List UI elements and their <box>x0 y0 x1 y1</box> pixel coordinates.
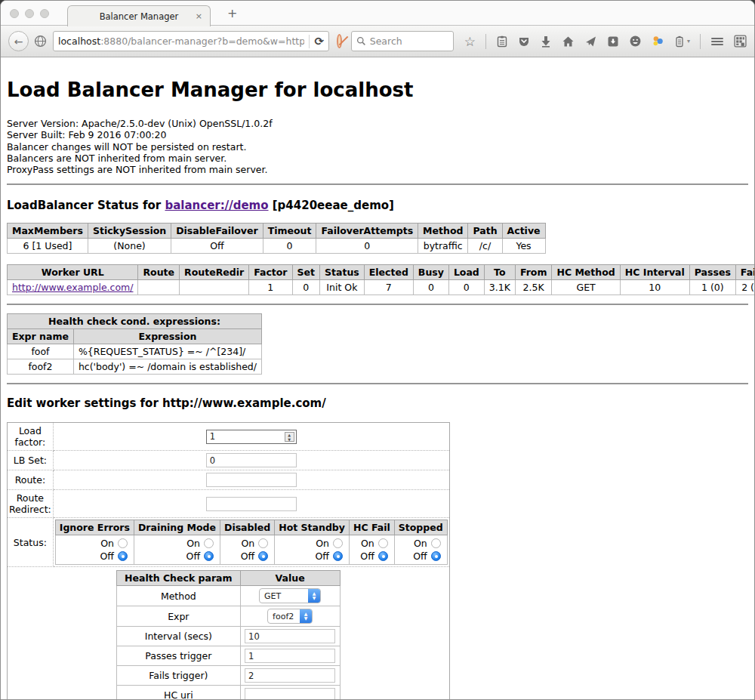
hc-uri-input[interactable] <box>245 688 335 700</box>
chevron-down-icon: ▾ <box>687 38 690 45</box>
table-row: foof2 hc('body') =~ /domain is establish… <box>8 359 262 375</box>
balancer-status-heading: LoadBalancer Status for balancer://demo … <box>7 199 748 212</box>
stopped-on-radio[interactable] <box>431 538 441 548</box>
worker-url-link[interactable]: http://www.example.com/ <box>12 282 133 293</box>
tab-title: Balancer Manager <box>100 11 179 22</box>
browser-window: Balancer Manager × + ← localhost:8880/ba… <box>0 0 755 700</box>
proxypass-note: ProxyPass settings are NOT inherited fro… <box>7 164 748 175</box>
server-info: Server Version: Apache/2.5.0-dev (Unix) … <box>7 118 748 175</box>
draining-mode-on-radio[interactable] <box>204 538 214 548</box>
edit-worker-heading: Edit worker settings for http://www.exam… <box>7 396 748 410</box>
window-zoom-button[interactable] <box>40 9 49 18</box>
server-version: Server Version: Apache/2.5.0-dev (Unix) … <box>7 118 748 129</box>
chevron-updown-icon: ▲▼ <box>300 609 312 624</box>
window-minimize-button[interactable] <box>25 9 34 18</box>
stopped-off-radio[interactable] <box>431 551 441 561</box>
status-table: Ignore Errors Draining Mode Disabled Hot… <box>55 520 448 565</box>
hc-fail-on-radio[interactable] <box>378 538 388 548</box>
window-close-button[interactable] <box>10 9 19 18</box>
hc-passes-input[interactable] <box>245 649 335 663</box>
bookmark-star-icon[interactable]: ☆ <box>464 34 476 49</box>
tiles-icon[interactable] <box>734 35 747 48</box>
hc-fail-off-radio[interactable] <box>378 551 388 561</box>
extension-dots-icon[interactable] <box>652 35 664 48</box>
close-tab-icon[interactable]: × <box>196 11 202 21</box>
hc-uri-label: HC uri <box>117 686 241 700</box>
inherit-note: Balancers are NOT inherited from main se… <box>7 153 748 164</box>
globe-icon <box>34 35 47 48</box>
new-tab-button[interactable]: + <box>227 6 237 20</box>
hc-fails-label: Fails trigger) <box>117 666 241 686</box>
table-row: http://www.example.com/ 1 0 Init Ok 7 0 … <box>8 280 755 295</box>
ignore-errors-off-radio[interactable] <box>118 551 128 561</box>
panel-download-icon[interactable] <box>607 35 619 48</box>
hot-standby-off-radio[interactable] <box>333 551 343 561</box>
page-content: Load Balancer Manager for localhost Serv… <box>1 57 754 700</box>
balancer-link[interactable]: balancer://demo <box>165 199 268 212</box>
navigation-toolbar: ← localhost:8880/balancer-manager?b=demo… <box>1 26 754 57</box>
search-input[interactable] <box>370 35 445 47</box>
disabled-off-radio[interactable] <box>258 551 268 561</box>
browser-tab[interactable]: Balancer Manager × <box>67 5 211 26</box>
back-button[interactable]: ← <box>8 31 29 51</box>
search-box[interactable] <box>351 31 454 51</box>
hc-fails-input[interactable] <box>245 668 335 683</box>
hc-passes-label: Passes trigger <box>117 646 241 666</box>
feedback-smiley-icon[interactable] <box>629 35 642 48</box>
table-row: foof %{REQUEST_STATUS} =~ /^[234]/ <box>8 344 262 359</box>
health-check-expressions-table: Health check cond. expressions: Expr nam… <box>7 313 262 375</box>
persist-note: Balancer changes will NOT be persisted o… <box>7 141 748 153</box>
search-icon <box>356 36 366 46</box>
url-bar[interactable]: localhost:8880/balancer-manager?b=demo&w… <box>53 31 329 51</box>
hot-standby-on-radio[interactable] <box>333 538 343 548</box>
hc-expr-select[interactable]: foof2▲▼ <box>267 609 313 624</box>
menu-icon[interactable] <box>710 35 724 48</box>
hc-method-label: Method <box>117 586 241 606</box>
ignore-errors-on-radio[interactable] <box>118 538 128 548</box>
reload-icon[interactable]: ⟳ <box>314 35 324 48</box>
divider <box>7 383 748 384</box>
send-icon[interactable] <box>584 35 597 48</box>
divider <box>7 304 748 305</box>
server-built: Server Built: Feb 9 2016 07:00:20 <box>7 129 748 140</box>
table-row: 6 [1 Used] (None) Off 0 0 bytraffic /c/ … <box>8 239 546 254</box>
status-label: Status: <box>8 518 54 567</box>
route-redirect-label: Route Redirect: <box>8 490 54 518</box>
balancer-status-table: MaxMembers StickySession DisableFailover… <box>7 223 546 254</box>
hc-interval-label: Interval (secs) <box>117 627 241 646</box>
reading-list-icon[interactable] <box>496 35 508 48</box>
download-icon[interactable] <box>540 35 552 48</box>
health-check-param-table: Health Check param Value Method GET▲▼ <box>116 570 341 700</box>
hc-expr-label: Expr <box>117 606 241 627</box>
route-label: Route: <box>8 470 54 490</box>
url-host: localhost <box>58 35 100 47</box>
battery-icon[interactable]: ▾ <box>674 35 690 48</box>
disabled-on-radio[interactable] <box>258 538 268 548</box>
pocket-icon[interactable] <box>518 35 530 48</box>
draining-mode-off-radio[interactable] <box>204 551 214 561</box>
load-factor-input[interactable] <box>206 430 297 444</box>
worker-table: Worker URL Route RouteRedir Factor Set S… <box>7 264 755 295</box>
home-icon[interactable] <box>562 35 575 48</box>
route-input[interactable] <box>206 473 297 487</box>
expr-table-title: Health check cond. expressions: <box>8 314 262 329</box>
page-title: Load Balancer Manager for localhost <box>7 79 748 101</box>
hc-interval-input[interactable] <box>245 629 335 643</box>
window-controls <box>10 9 49 18</box>
lb-set-input[interactable] <box>206 453 297 467</box>
blocked-content-icon[interactable] <box>337 34 342 48</box>
hc-method-select[interactable]: GET▲▼ <box>259 588 321 603</box>
tab-strip: Balancer Manager × + <box>1 1 754 26</box>
lb-set-label: LB Set: <box>8 451 54 470</box>
route-redirect-input[interactable] <box>206 497 297 511</box>
chevron-updown-icon: ▲▼ <box>308 588 320 603</box>
load-factor-label: Load factor: <box>8 423 54 451</box>
url-path: :8880/balancer-manager?b=demo&w=http://w… <box>100 35 304 47</box>
divider <box>7 183 748 185</box>
url-text: localhost:8880/balancer-manager?b=demo&w… <box>58 35 304 47</box>
number-spinner-icon[interactable]: ▲▼ <box>285 432 294 442</box>
edit-worker-form: Load factor: ▲▼ LB Set: Route: Route Red… <box>7 422 450 700</box>
